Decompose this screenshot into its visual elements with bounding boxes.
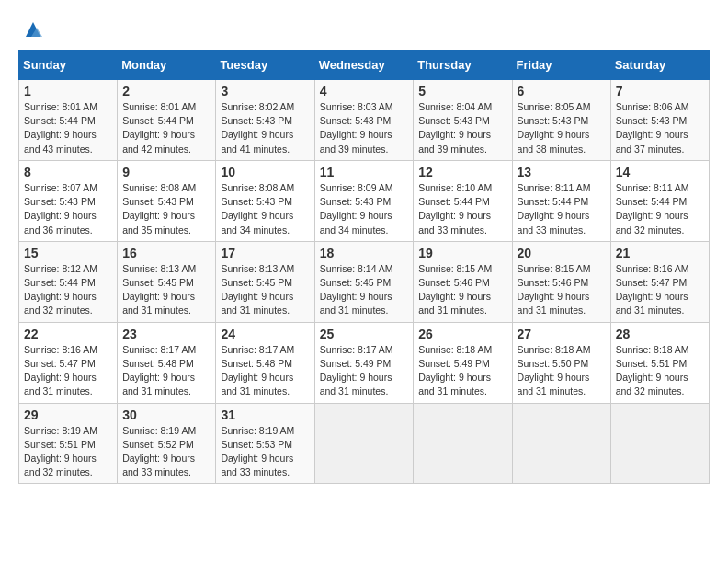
header-wednesday: Wednesday xyxy=(314,51,414,80)
cell-content: Sunrise: 8:18 AMSunset: 5:49 PMDaylight:… xyxy=(418,343,506,399)
day-number: 10 xyxy=(221,165,309,179)
day-number: 22 xyxy=(24,327,112,341)
cell-content: Sunrise: 8:07 AMSunset: 5:43 PMDaylight:… xyxy=(24,181,112,237)
day-number: 20 xyxy=(518,246,606,260)
cell-content: Sunrise: 8:17 AMSunset: 5:48 PMDaylight:… xyxy=(122,343,210,399)
header-tuesday: Tuesday xyxy=(216,51,314,80)
day-number: 21 xyxy=(616,246,704,260)
cell-content: Sunrise: 8:10 AMSunset: 5:44 PMDaylight:… xyxy=(418,181,506,237)
day-number: 31 xyxy=(221,408,309,422)
calendar-cell: 28Sunrise: 8:18 AMSunset: 5:51 PMDayligh… xyxy=(610,322,709,403)
cell-content: Sunrise: 8:13 AMSunset: 5:45 PMDaylight:… xyxy=(122,262,210,318)
calendar-cell: 12Sunrise: 8:10 AMSunset: 5:44 PMDayligh… xyxy=(414,160,512,241)
day-number: 28 xyxy=(616,327,704,341)
cell-content: Sunrise: 8:13 AMSunset: 5:45 PMDaylight:… xyxy=(221,262,309,318)
calendar-cell: 1Sunrise: 8:01 AMSunset: 5:44 PMDaylight… xyxy=(19,80,118,161)
calendar-cell: 16Sunrise: 8:13 AMSunset: 5:45 PMDayligh… xyxy=(118,241,216,322)
day-number: 27 xyxy=(518,327,606,341)
calendar-cell: 11Sunrise: 8:09 AMSunset: 5:43 PMDayligh… xyxy=(314,160,414,241)
calendar-cell: 15Sunrise: 8:12 AMSunset: 5:44 PMDayligh… xyxy=(19,241,118,322)
calendar-cell: 19Sunrise: 8:15 AMSunset: 5:46 PMDayligh… xyxy=(414,241,512,322)
calendar-cell: 6Sunrise: 8:05 AMSunset: 5:43 PMDaylight… xyxy=(512,80,610,161)
cell-content: Sunrise: 8:06 AMSunset: 5:43 PMDaylight:… xyxy=(616,100,704,156)
calendar-cell: 5Sunrise: 8:04 AMSunset: 5:43 PMDaylight… xyxy=(414,80,512,161)
day-number: 7 xyxy=(616,84,704,98)
cell-content: Sunrise: 8:19 AMSunset: 5:53 PMDaylight:… xyxy=(221,424,309,480)
day-number: 16 xyxy=(122,246,210,260)
calendar-cell: 26Sunrise: 8:18 AMSunset: 5:49 PMDayligh… xyxy=(414,322,512,403)
header-saturday: Saturday xyxy=(610,51,709,80)
day-number: 23 xyxy=(122,327,210,341)
header-thursday: Thursday xyxy=(414,51,512,80)
day-number: 19 xyxy=(418,246,506,260)
cell-content: Sunrise: 8:19 AMSunset: 5:51 PMDaylight:… xyxy=(24,424,112,480)
cell-content: Sunrise: 8:16 AMSunset: 5:47 PMDaylight:… xyxy=(24,343,112,399)
calendar-header-row: SundayMondayTuesdayWednesdayThursdayFrid… xyxy=(19,51,710,80)
day-number: 24 xyxy=(221,327,309,341)
calendar-cell: 9Sunrise: 8:08 AMSunset: 5:43 PMDaylight… xyxy=(118,160,216,241)
cell-content: Sunrise: 8:15 AMSunset: 5:46 PMDaylight:… xyxy=(418,262,506,318)
cell-content: Sunrise: 8:08 AMSunset: 5:43 PMDaylight:… xyxy=(221,181,309,237)
day-number: 15 xyxy=(24,246,112,260)
calendar-week-2: 8Sunrise: 8:07 AMSunset: 5:43 PMDaylight… xyxy=(19,160,710,241)
calendar-table: SundayMondayTuesdayWednesdayThursdayFrid… xyxy=(18,50,710,484)
header-friday: Friday xyxy=(512,51,610,80)
logo-icon xyxy=(22,18,44,40)
cell-content: Sunrise: 8:18 AMSunset: 5:51 PMDaylight:… xyxy=(616,343,704,399)
day-number: 3 xyxy=(221,84,309,98)
calendar-cell: 23Sunrise: 8:17 AMSunset: 5:48 PMDayligh… xyxy=(118,322,216,403)
calendar-week-4: 22Sunrise: 8:16 AMSunset: 5:47 PMDayligh… xyxy=(19,322,710,403)
calendar-cell xyxy=(314,403,414,484)
day-number: 13 xyxy=(518,165,606,179)
day-number: 1 xyxy=(24,84,112,98)
day-number: 30 xyxy=(122,408,210,422)
day-number: 6 xyxy=(518,84,606,98)
calendar-cell: 22Sunrise: 8:16 AMSunset: 5:47 PMDayligh… xyxy=(19,322,118,403)
cell-content: Sunrise: 8:16 AMSunset: 5:47 PMDaylight:… xyxy=(616,262,704,318)
calendar-cell xyxy=(512,403,610,484)
calendar-cell: 3Sunrise: 8:02 AMSunset: 5:43 PMDaylight… xyxy=(216,80,314,161)
day-number: 5 xyxy=(418,84,506,98)
day-number: 8 xyxy=(24,165,112,179)
cell-content: Sunrise: 8:03 AMSunset: 5:43 PMDaylight:… xyxy=(320,100,409,156)
calendar-cell: 8Sunrise: 8:07 AMSunset: 5:43 PMDaylight… xyxy=(19,160,118,241)
cell-content: Sunrise: 8:12 AMSunset: 5:44 PMDaylight:… xyxy=(24,262,112,318)
cell-content: Sunrise: 8:15 AMSunset: 5:46 PMDaylight:… xyxy=(518,262,606,318)
cell-content: Sunrise: 8:17 AMSunset: 5:48 PMDaylight:… xyxy=(221,343,309,399)
day-number: 9 xyxy=(122,165,210,179)
day-number: 12 xyxy=(418,165,506,179)
day-number: 14 xyxy=(616,165,704,179)
calendar-cell: 30Sunrise: 8:19 AMSunset: 5:52 PMDayligh… xyxy=(118,403,216,484)
day-number: 29 xyxy=(24,408,112,422)
cell-content: Sunrise: 8:14 AMSunset: 5:45 PMDaylight:… xyxy=(320,262,409,318)
calendar-cell: 27Sunrise: 8:18 AMSunset: 5:50 PMDayligh… xyxy=(512,322,610,403)
calendar-cell: 21Sunrise: 8:16 AMSunset: 5:47 PMDayligh… xyxy=(610,241,709,322)
cell-content: Sunrise: 8:08 AMSunset: 5:43 PMDaylight:… xyxy=(122,181,210,237)
calendar-cell: 29Sunrise: 8:19 AMSunset: 5:51 PMDayligh… xyxy=(19,403,118,484)
cell-content: Sunrise: 8:18 AMSunset: 5:50 PMDaylight:… xyxy=(518,343,606,399)
cell-content: Sunrise: 8:05 AMSunset: 5:43 PMDaylight:… xyxy=(518,100,606,156)
calendar-cell: 18Sunrise: 8:14 AMSunset: 5:45 PMDayligh… xyxy=(314,241,414,322)
calendar-cell: 14Sunrise: 8:11 AMSunset: 5:44 PMDayligh… xyxy=(610,160,709,241)
cell-content: Sunrise: 8:01 AMSunset: 5:44 PMDaylight:… xyxy=(24,100,112,156)
day-number: 17 xyxy=(221,246,309,260)
logo xyxy=(18,18,44,40)
calendar-cell xyxy=(414,403,512,484)
cell-content: Sunrise: 8:04 AMSunset: 5:43 PMDaylight:… xyxy=(418,100,506,156)
cell-content: Sunrise: 8:11 AMSunset: 5:44 PMDaylight:… xyxy=(616,181,704,237)
calendar-cell: 24Sunrise: 8:17 AMSunset: 5:48 PMDayligh… xyxy=(216,322,314,403)
cell-content: Sunrise: 8:19 AMSunset: 5:52 PMDaylight:… xyxy=(122,424,210,480)
page-header xyxy=(18,18,710,40)
calendar-cell: 2Sunrise: 8:01 AMSunset: 5:44 PMDaylight… xyxy=(118,80,216,161)
cell-content: Sunrise: 8:02 AMSunset: 5:43 PMDaylight:… xyxy=(221,100,309,156)
calendar-week-5: 29Sunrise: 8:19 AMSunset: 5:51 PMDayligh… xyxy=(19,403,710,484)
day-number: 25 xyxy=(320,327,409,341)
header-monday: Monday xyxy=(118,51,216,80)
day-number: 18 xyxy=(320,246,409,260)
calendar-cell: 13Sunrise: 8:11 AMSunset: 5:44 PMDayligh… xyxy=(512,160,610,241)
calendar-cell xyxy=(610,403,709,484)
cell-content: Sunrise: 8:11 AMSunset: 5:44 PMDaylight:… xyxy=(518,181,606,237)
calendar-cell: 4Sunrise: 8:03 AMSunset: 5:43 PMDaylight… xyxy=(314,80,414,161)
calendar-cell: 20Sunrise: 8:15 AMSunset: 5:46 PMDayligh… xyxy=(512,241,610,322)
calendar-cell: 7Sunrise: 8:06 AMSunset: 5:43 PMDaylight… xyxy=(610,80,709,161)
